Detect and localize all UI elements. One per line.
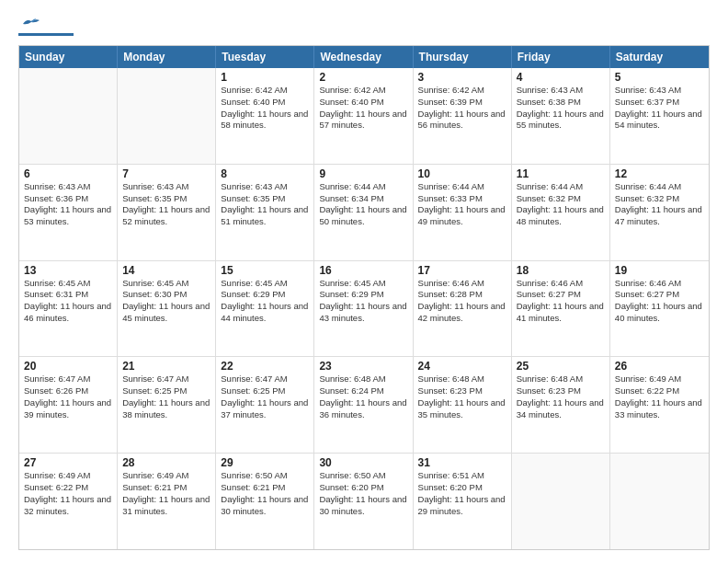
day-cell-19: 19Sunrise: 6:46 AMSunset: 6:27 PMDayligh… (610, 261, 709, 357)
day-cell-6: 6Sunrise: 6:43 AMSunset: 6:36 PMDaylight… (19, 165, 118, 260)
day-cell-28: 28Sunrise: 6:49 AMSunset: 6:21 PMDayligh… (118, 454, 216, 549)
day-info: Sunrise: 6:47 AMSunset: 6:26 PMDaylight:… (24, 373, 112, 420)
day-info: Sunrise: 6:43 AMSunset: 6:35 PMDaylight:… (122, 181, 210, 228)
day-cell-31: 31Sunrise: 6:51 AMSunset: 6:20 PMDayligh… (414, 454, 512, 549)
day-info: Sunrise: 6:45 AMSunset: 6:29 PMDaylight:… (319, 278, 407, 325)
day-cell-14: 14Sunrise: 6:45 AMSunset: 6:30 PMDayligh… (118, 261, 216, 357)
day-info: Sunrise: 6:43 AMSunset: 6:35 PMDaylight:… (221, 181, 309, 228)
weekday-header-tuesday: Tuesday (216, 46, 314, 68)
empty-cell (512, 454, 610, 549)
calendar: SundayMondayTuesdayWednesdayThursdayFrid… (18, 45, 710, 550)
day-cell-15: 15Sunrise: 6:45 AMSunset: 6:29 PMDayligh… (216, 261, 314, 357)
day-cell-27: 27Sunrise: 6:49 AMSunset: 6:22 PMDayligh… (19, 454, 118, 549)
day-number: 12 (615, 167, 704, 180)
empty-cell (19, 68, 118, 164)
day-info: Sunrise: 6:46 AMSunset: 6:27 PMDaylight:… (517, 278, 605, 325)
day-number: 6 (24, 167, 112, 180)
weekday-header-saturday: Saturday (610, 46, 709, 68)
day-number: 2 (319, 71, 407, 84)
day-number: 23 (319, 360, 407, 373)
empty-cell (118, 68, 216, 164)
day-cell-30: 30Sunrise: 6:50 AMSunset: 6:20 PMDayligh… (314, 454, 413, 549)
day-info: Sunrise: 6:42 AMSunset: 6:40 PMDaylight:… (221, 85, 309, 132)
day-number: 19 (615, 264, 704, 277)
day-info: Sunrise: 6:45 AMSunset: 6:31 PMDaylight:… (24, 278, 112, 325)
day-number: 22 (221, 360, 309, 373)
day-cell-13: 13Sunrise: 6:45 AMSunset: 6:31 PMDayligh… (19, 261, 118, 357)
logo-line (18, 33, 74, 36)
weekday-header-friday: Friday (512, 46, 610, 68)
day-cell-22: 22Sunrise: 6:47 AMSunset: 6:25 PMDayligh… (216, 357, 314, 453)
day-cell-21: 21Sunrise: 6:47 AMSunset: 6:25 PMDayligh… (118, 357, 216, 453)
day-info: Sunrise: 6:45 AMSunset: 6:30 PMDaylight:… (122, 278, 210, 325)
empty-cell (610, 454, 709, 549)
weekday-header-wednesday: Wednesday (314, 46, 413, 68)
day-info: Sunrise: 6:43 AMSunset: 6:37 PMDaylight:… (615, 85, 704, 132)
day-cell-4: 4Sunrise: 6:43 AMSunset: 6:38 PMDaylight… (512, 68, 610, 164)
day-info: Sunrise: 6:43 AMSunset: 6:38 PMDaylight:… (517, 85, 605, 132)
day-info: Sunrise: 6:43 AMSunset: 6:36 PMDaylight:… (24, 181, 112, 228)
week-row-5: 27Sunrise: 6:49 AMSunset: 6:22 PMDayligh… (19, 453, 709, 549)
day-number: 17 (418, 264, 506, 277)
day-cell-1: 1Sunrise: 6:42 AMSunset: 6:40 PMDaylight… (216, 68, 314, 164)
day-number: 4 (517, 71, 605, 84)
day-number: 16 (319, 264, 407, 277)
day-cell-5: 5Sunrise: 6:43 AMSunset: 6:37 PMDaylight… (610, 68, 709, 164)
weekday-header-thursday: Thursday (414, 46, 512, 68)
day-info: Sunrise: 6:48 AMSunset: 6:24 PMDaylight:… (319, 373, 407, 420)
day-info: Sunrise: 6:51 AMSunset: 6:20 PMDaylight:… (418, 470, 506, 517)
week-row-1: 1Sunrise: 6:42 AMSunset: 6:40 PMDaylight… (19, 68, 709, 164)
day-cell-16: 16Sunrise: 6:45 AMSunset: 6:29 PMDayligh… (314, 261, 413, 357)
day-cell-2: 2Sunrise: 6:42 AMSunset: 6:40 PMDaylight… (314, 68, 413, 164)
day-info: Sunrise: 6:42 AMSunset: 6:40 PMDaylight:… (319, 85, 407, 132)
day-cell-7: 7Sunrise: 6:43 AMSunset: 6:35 PMDaylight… (118, 165, 216, 260)
day-info: Sunrise: 6:50 AMSunset: 6:21 PMDaylight:… (221, 470, 309, 517)
day-info: Sunrise: 6:47 AMSunset: 6:25 PMDaylight:… (122, 373, 210, 420)
day-number: 10 (418, 167, 506, 180)
day-number: 1 (221, 71, 309, 84)
day-number: 21 (122, 360, 210, 373)
day-cell-9: 9Sunrise: 6:44 AMSunset: 6:34 PMDaylight… (314, 165, 413, 260)
day-number: 24 (418, 360, 506, 373)
day-info: Sunrise: 6:47 AMSunset: 6:25 PMDaylight:… (221, 373, 309, 420)
weekday-header-sunday: Sunday (19, 46, 118, 68)
page: SundayMondayTuesdayWednesdayThursdayFrid… (0, 0, 728, 563)
day-number: 5 (615, 71, 704, 84)
day-number: 8 (221, 167, 309, 180)
day-number: 11 (517, 167, 605, 180)
day-number: 30 (319, 456, 407, 469)
day-info: Sunrise: 6:46 AMSunset: 6:27 PMDaylight:… (615, 278, 704, 325)
calendar-header: SundayMondayTuesdayWednesdayThursdayFrid… (19, 46, 709, 68)
day-cell-20: 20Sunrise: 6:47 AMSunset: 6:26 PMDayligh… (19, 357, 118, 453)
day-info: Sunrise: 6:44 AMSunset: 6:32 PMDaylight:… (615, 181, 704, 228)
day-info: Sunrise: 6:44 AMSunset: 6:32 PMDaylight:… (517, 181, 605, 228)
day-number: 7 (122, 167, 210, 180)
calendar-body: 1Sunrise: 6:42 AMSunset: 6:40 PMDaylight… (19, 68, 709, 549)
day-number: 9 (319, 167, 407, 180)
week-row-3: 13Sunrise: 6:45 AMSunset: 6:31 PMDayligh… (19, 260, 709, 357)
header (18, 17, 710, 36)
day-info: Sunrise: 6:46 AMSunset: 6:28 PMDaylight:… (418, 278, 506, 325)
weekday-header-monday: Monday (118, 46, 216, 68)
day-number: 13 (24, 264, 112, 277)
day-cell-8: 8Sunrise: 6:43 AMSunset: 6:35 PMDaylight… (216, 165, 314, 260)
day-cell-3: 3Sunrise: 6:42 AMSunset: 6:39 PMDaylight… (414, 68, 512, 164)
week-row-4: 20Sunrise: 6:47 AMSunset: 6:26 PMDayligh… (19, 356, 709, 453)
day-cell-29: 29Sunrise: 6:50 AMSunset: 6:21 PMDayligh… (216, 454, 314, 549)
day-cell-10: 10Sunrise: 6:44 AMSunset: 6:33 PMDayligh… (414, 165, 512, 260)
logo (18, 17, 74, 36)
day-number: 27 (24, 456, 112, 469)
day-info: Sunrise: 6:44 AMSunset: 6:34 PMDaylight:… (319, 181, 407, 228)
day-number: 15 (221, 264, 309, 277)
day-cell-25: 25Sunrise: 6:48 AMSunset: 6:23 PMDayligh… (512, 357, 610, 453)
day-cell-18: 18Sunrise: 6:46 AMSunset: 6:27 PMDayligh… (512, 261, 610, 357)
day-number: 28 (122, 456, 210, 469)
day-info: Sunrise: 6:44 AMSunset: 6:33 PMDaylight:… (418, 181, 506, 228)
day-number: 14 (122, 264, 210, 277)
day-number: 3 (418, 71, 506, 84)
day-cell-17: 17Sunrise: 6:46 AMSunset: 6:28 PMDayligh… (414, 261, 512, 357)
day-info: Sunrise: 6:50 AMSunset: 6:20 PMDaylight:… (319, 470, 407, 517)
day-info: Sunrise: 6:49 AMSunset: 6:21 PMDaylight:… (122, 470, 210, 517)
day-number: 25 (517, 360, 605, 373)
day-cell-12: 12Sunrise: 6:44 AMSunset: 6:32 PMDayligh… (610, 165, 709, 260)
